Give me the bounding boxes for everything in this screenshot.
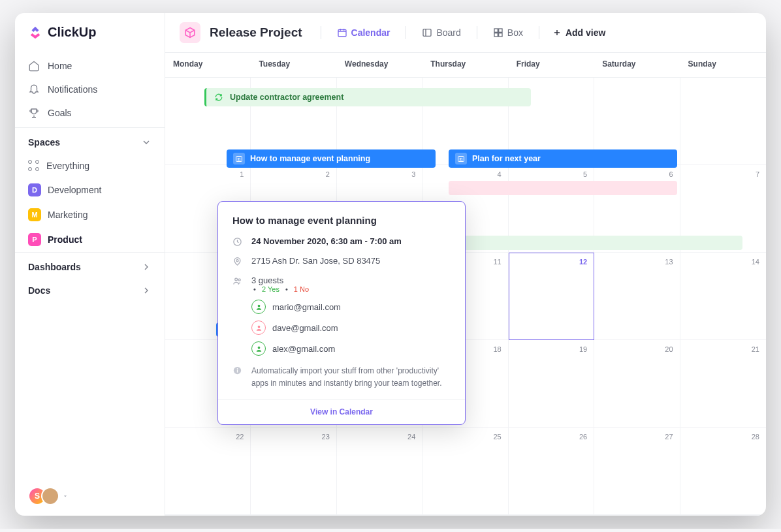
calendar-cell[interactable]: 24 [337, 428, 422, 515]
add-view-button[interactable]: Add view [552, 27, 605, 38]
popover-description: Automatically import your stuff from oth… [251, 365, 451, 390]
dashboards-label: Dashboards [28, 262, 81, 272]
tab-box[interactable]: Box [490, 23, 526, 42]
space-badge: P [28, 233, 41, 246]
calendar-cell[interactable]: 26 [509, 428, 594, 515]
guest-email: alex@gmail.com [272, 344, 335, 354]
guest-row: alex@gmail.com [251, 341, 451, 356]
sidebar: ClickUp Home Notifications Goals Spaces … [15, 13, 165, 516]
brand-name: ClickUp [48, 25, 96, 40]
weekday-header: Monday [165, 53, 251, 78]
calendar-cell[interactable] [680, 78, 766, 165]
event-update-contractor[interactable]: Update contractor agreement [204, 88, 531, 106]
day-number: 18 [493, 345, 501, 353]
primary-nav: Home Notifications Goals [15, 52, 165, 127]
svg-rect-19 [237, 369, 238, 372]
docs-header[interactable]: Docs [15, 279, 165, 302]
tab-board[interactable]: Board [419, 23, 463, 42]
event-pink[interactable] [449, 181, 677, 195]
calendar-day-icon: 31 [455, 153, 467, 164]
space-label: Development [48, 185, 102, 195]
separator [477, 26, 477, 39]
day-number: 28 [752, 433, 759, 441]
trophy-icon [28, 107, 40, 119]
guest-avatar-icon [251, 341, 266, 356]
caret-down-icon [62, 493, 69, 499]
dashboards-header[interactable]: Dashboards [15, 252, 165, 279]
tab-calendar[interactable]: Calendar [334, 23, 393, 42]
board-icon [422, 27, 432, 38]
calendar-cell[interactable]: 12 [509, 253, 594, 340]
calendar-cell[interactable]: 20 [594, 340, 680, 428]
guests-count: 3 guests [251, 275, 283, 285]
day-number: 24 [407, 433, 415, 441]
day-number: 3 [411, 170, 415, 178]
svg-rect-4 [494, 33, 498, 37]
day-number: 13 [665, 258, 673, 266]
people-icon [232, 276, 242, 286]
day-number: 20 [665, 345, 673, 353]
event-label: Plan for next year [472, 154, 541, 163]
calendar-cell[interactable]: 14 [680, 253, 766, 340]
day-number: 1 [240, 170, 244, 178]
spaces-header[interactable]: Spaces [15, 127, 165, 154]
guest-email: dave@gmail.com [272, 323, 338, 333]
guests-no: 1 No [294, 285, 309, 293]
svg-point-13 [235, 278, 238, 281]
calendar-cell[interactable]: 19 [509, 340, 594, 428]
event-label: Update contractor agreement [230, 93, 343, 102]
day-number: 21 [752, 345, 759, 353]
weekday-header: Friday [509, 53, 594, 78]
popover-datetime: 24 November 2020, 6:30 am - 7:00 am [251, 236, 402, 246]
project-icon [180, 22, 200, 43]
calendar-cell[interactable]: 25 [422, 428, 508, 515]
event-plan-next-year[interactable]: 31 Plan for next year [449, 149, 677, 168]
space-badge: M [28, 208, 41, 221]
calendar-cell[interactable]: 28 [680, 428, 766, 515]
app-window: ClickUp Home Notifications Goals Spaces … [15, 13, 766, 516]
calendar-cell[interactable]: 30 [251, 515, 336, 516]
guests-yes: 2 Yes [262, 285, 279, 293]
space-everything[interactable]: Everything [15, 154, 165, 178]
nav-goals[interactable]: Goals [15, 101, 165, 125]
separator [406, 26, 406, 39]
calendar-cell[interactable]: 1 [422, 515, 508, 516]
calendar-cell[interactable]: 3 [594, 515, 680, 516]
pin-icon [232, 257, 242, 266]
space-marketing[interactable]: M Marketing [15, 202, 165, 227]
calendar-cell[interactable]: 4 [680, 515, 766, 516]
calendar-cell[interactable]: 29 [165, 515, 251, 516]
nav-notifications[interactable]: Notifications [15, 78, 165, 101]
calendar-cell[interactable]: 13 [594, 253, 680, 340]
day-number: 14 [752, 258, 759, 266]
weekday-header: Sunday [680, 53, 766, 78]
calendar-cell[interactable]: 23 [251, 428, 336, 515]
logo[interactable]: ClickUp [15, 13, 165, 52]
popover-guests-row: 3 guests • 2 Yes • 1 No [232, 275, 451, 293]
tab-label: Calendar [351, 27, 390, 38]
calendar-cell[interactable]: 27 [594, 428, 680, 515]
svg-point-15 [257, 304, 260, 307]
space-badge: D [28, 183, 41, 196]
day-number: 12 [579, 258, 587, 266]
topbar: Release Project Calendar Board Box Add v… [165, 13, 766, 53]
day-number: 19 [579, 345, 587, 353]
event-manage-planning[interactable]: 31 How to manage event planning [227, 149, 436, 168]
calendar-cell[interactable]: 21 [680, 340, 766, 428]
view-in-calendar-link[interactable]: View in Calendar [218, 399, 465, 424]
user-avatars[interactable]: S [15, 477, 165, 516]
calendar-cell[interactable]: 22 [165, 428, 251, 515]
svg-point-12 [236, 260, 238, 262]
calendar-cell[interactable]: 2 [509, 515, 594, 516]
svg-rect-0 [338, 29, 346, 37]
popover-location-row: 2715 Ash Dr. San Jose, SD 83475 [232, 256, 451, 266]
day-number: 23 [322, 433, 330, 441]
space-product[interactable]: P Product [15, 227, 165, 252]
recurring-icon [213, 91, 225, 103]
space-development[interactable]: D Development [15, 178, 165, 202]
calendar-cell[interactable]: 31 [337, 515, 422, 516]
event-label: How to manage event planning [250, 154, 370, 163]
weekday-header: Wednesday [337, 53, 422, 78]
nav-home[interactable]: Home [15, 54, 165, 78]
svg-point-16 [257, 325, 260, 328]
